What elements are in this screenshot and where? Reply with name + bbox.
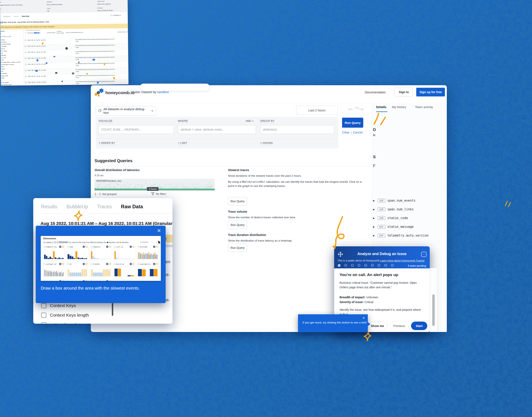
latency-heatmap-chart[interactable]: HEATMAP(duration_ms) 2 hours <box>94 179 215 190</box>
schema-field-row[interactable]: ▶intstatus_code <box>373 214 446 222</box>
dimension-card[interactable]: serviceName <box>90 279 112 281</box>
close-icon[interactable]: ✕ <box>157 228 161 234</box>
tab-traces[interactable]: Traces <box>13 15 19 17</box>
expander-icon[interactable]: ▶ <box>373 234 376 237</box>
sidebar-scrollbar-track[interactable] <box>430 268 438 332</box>
raw-data-row[interactable]: 2022-08-16 10:01:18.8340a4ea9686fb700b64… <box>24 80 128 85</box>
baseline-icon[interactable] <box>59 246 61 248</box>
sort-icon[interactable]: ⇅ <box>25 32 26 34</box>
tour-step-dot[interactable] <box>378 264 380 267</box>
tab-results[interactable]: Results <box>41 204 57 209</box>
selection-icon[interactable] <box>156 263 158 265</box>
checkbox[interactable] <box>41 313 46 318</box>
dimension-card[interactable]: platform <box>43 279 65 281</box>
tour-step-dot[interactable] <box>371 264 374 267</box>
tab-details[interactable]: Details <box>376 105 386 109</box>
baseline-icon[interactable] <box>83 263 85 265</box>
dimension-card[interactable]: endpoint_shape <box>43 245 65 261</box>
tab-my-history[interactable]: My history <box>392 105 406 109</box>
checkbox[interactable] <box>41 322 46 324</box>
limit-toggle[interactable]: + LIMIT <box>178 142 187 145</box>
dimension-card[interactable]: name <box>66 245 88 261</box>
run-query-button[interactable]: Run Query <box>342 118 363 128</box>
selection-icon[interactable] <box>62 280 64 281</box>
having-toggle[interactable]: + HAVING <box>260 142 273 145</box>
baseline-icon[interactable] <box>59 263 61 265</box>
json-link[interactable]: JSON <box>0 33 1 34</box>
tour-step-dot[interactable] <box>351 264 354 267</box>
baseline-icon[interactable] <box>106 246 108 248</box>
history-forward-icon[interactable]: ⇨ <box>359 106 364 113</box>
baseline-icon[interactable] <box>153 263 155 265</box>
scrollbar-thumb[interactable] <box>432 294 435 326</box>
dimension-card[interactable]: user_id <box>113 245 135 261</box>
expander-icon[interactable]: ▶ <box>373 217 376 219</box>
tab-bubbleup[interactable]: BubbleUp <box>66 204 88 209</box>
baseline-icon[interactable] <box>83 246 85 248</box>
checkbox[interactable] <box>110 15 112 16</box>
column-header-context-keys[interactable]: Context Keys ⇅ <box>47 32 57 33</box>
tab-team-activity[interactable]: Team activity <box>415 105 433 109</box>
selection-icon[interactable] <box>109 280 111 281</box>
expander-icon[interactable]: ▶ <box>373 226 376 228</box>
selection-icon[interactable] <box>156 246 158 248</box>
baseline-icon[interactable] <box>106 263 108 265</box>
tab-raw-data[interactable]: Raw Data <box>22 15 29 17</box>
dimension-card[interactable]: endpoint <box>90 245 112 261</box>
dimension-card[interactable]: status_code <box>66 279 88 281</box>
column-header-context-keys2[interactable]: context_keys ⇅ <box>118 31 127 33</box>
sandbox-link[interactable]: sandbox <box>157 90 169 94</box>
dimension-card[interactable]: availability_... <box>137 262 159 278</box>
schema-field-row[interactable]: ▶intspan.num_links <box>373 205 446 214</box>
learn-more-link[interactable]: Learn more about Honeycomb Tracing <box>380 259 424 262</box>
where-input[interactable] <box>178 125 256 134</box>
selection-icon[interactable] <box>132 246 134 248</box>
selection-icon[interactable] <box>85 246 88 248</box>
tour-step-dot[interactable] <box>391 264 394 267</box>
pager-next-icon[interactable]: › <box>156 240 157 243</box>
column-header-active-threads[interactable]: active_threads ⇅ <box>66 31 76 33</box>
baseline-icon[interactable] <box>106 280 108 281</box>
honeycomb-logo[interactable]: honeycomb.io <box>94 88 134 97</box>
cancel-link[interactable]: Cancel <box>353 131 363 134</box>
history-back-icon[interactable]: ⇦ <box>348 106 353 113</box>
expander-icon[interactable]: ▶ <box>373 208 376 211</box>
checkbox-row[interactable]: Context Keys length <box>33 310 158 320</box>
run-query-button[interactable]: Run Query <box>228 197 247 205</box>
checkbox-row[interactable]: active_threads <box>33 320 158 324</box>
sign-in-button[interactable]: Sign In <box>395 88 413 96</box>
order-by-toggle[interactable]: + ORDER BY <box>99 142 115 145</box>
baseline-icon[interactable] <box>130 246 132 248</box>
column-header-timestamp[interactable]: Timestamp → UTC ⇅ <box>27 32 41 34</box>
and-operator-select[interactable]: AND ▼ <box>246 120 254 123</box>
download-link[interactable]: DOWNLOAD <box>0 31 4 32</box>
time-range-input[interactable]: Last 2 hours <box>296 106 338 115</box>
compare-to-checkbox[interactable]: Compare to <box>110 14 121 16</box>
dimension-card[interactable]: traceId <box>90 262 112 278</box>
selection-icon[interactable] <box>62 263 64 265</box>
run-query-button[interactable]: Run Query <box>228 221 247 229</box>
run-query-button[interactable]: Run Query <box>228 244 247 252</box>
selection-icon[interactable] <box>62 246 64 248</box>
schema-field-row[interactable]: ▶intspan.num_events <box>373 196 446 205</box>
collapse-sidebar-icon[interactable]: ⇨ <box>355 105 359 111</box>
column-header-db[interactable]: db <box>127 31 129 33</box>
selection-icon[interactable] <box>132 263 134 265</box>
baseline-icon[interactable] <box>153 246 155 248</box>
tour-dialog-header[interactable]: Analyze and Debug an Issue − This is a p… <box>334 246 430 268</box>
close-icon[interactable]: ✕ <box>362 316 365 320</box>
schema-field-row[interactable]: ▶strstatus_message <box>373 222 446 231</box>
schema-field-row[interactable]: ▶strtelemetry.auto.version <box>373 231 446 240</box>
clear-link[interactable]: Clear <box>342 131 349 134</box>
pager-prev-icon[interactable]: ‹ <box>152 240 153 243</box>
visualize-input[interactable] <box>99 125 174 134</box>
horizontal-scrollbar[interactable] <box>26 30 41 31</box>
selection-icon[interactable] <box>109 263 111 265</box>
column-header-context-keys-length[interactable]: Context Keys length <box>57 31 64 34</box>
tab-traces[interactable]: Traces <box>97 204 112 209</box>
group-by-input[interactable] <box>260 125 334 134</box>
selection-icon[interactable] <box>85 280 88 281</box>
documentation-link[interactable]: Documentation <box>365 90 386 94</box>
tab-bubbleup[interactable]: BubbleUp <box>3 15 10 17</box>
column-header-container-id[interactable]: container.id ⇅ <box>75 31 83 33</box>
